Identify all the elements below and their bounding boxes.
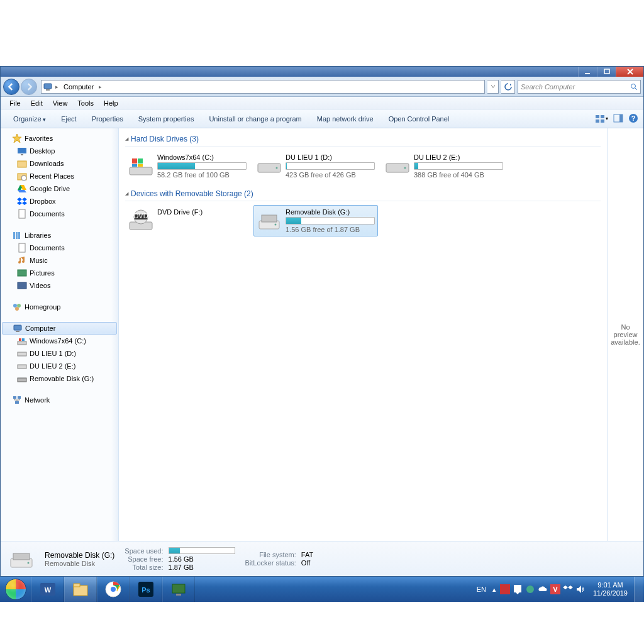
dropbox-icon	[17, 196, 27, 206]
sidebar-item-drive-c[interactable]: Windows7x64 (C:)	[1, 335, 118, 347]
clock[interactable]: 9:01 AM11/26/2019	[587, 581, 634, 597]
sidebar-computer[interactable]: Computer	[2, 322, 117, 335]
removable-drive-icon	[257, 208, 282, 233]
svg-rect-36	[13, 396, 16, 399]
sidebar-item-drive-e[interactable]: DU LIEU 2 (E:)	[1, 360, 118, 372]
menu-edit[interactable]: Edit	[26, 99, 48, 107]
cloud-icon[interactable]	[538, 584, 548, 594]
svg-rect-39	[130, 167, 152, 175]
volume-icon[interactable]	[575, 584, 586, 594]
details-pane: Removable Disk (G:) Removable Disk Space…	[1, 541, 643, 576]
drive-item[interactable]: DVDDVD Drive (F:)	[125, 205, 250, 236]
titlebar	[1, 67, 643, 77]
sidebar-item-drive-g[interactable]: Removable Disk (G:)	[1, 372, 118, 385]
view-button[interactable]: ▾	[595, 114, 608, 124]
desktop-icon	[17, 146, 27, 156]
svg-point-45	[276, 167, 278, 169]
svg-rect-24	[18, 282, 26, 289]
svg-rect-15	[18, 161, 26, 167]
sidebar-item-desktop[interactable]: Desktop	[1, 145, 118, 157]
drive-item[interactable]: Windows7x64 (C:)58.2 GB free of 100 GB	[125, 150, 250, 182]
show-desktop-button[interactable]	[634, 577, 643, 602]
action-center-icon[interactable]	[513, 584, 523, 594]
section-hdd[interactable]: Hard Disk Drives (3)	[125, 132, 601, 147]
sidebar-favorites[interactable]: Favorites	[1, 132, 118, 145]
menu-tools[interactable]: Tools	[72, 99, 99, 107]
taskbar-word[interactable]: W	[31, 577, 64, 602]
sidebar-item-lib-music[interactable]: Music	[1, 254, 118, 267]
menu-help[interactable]: Help	[99, 99, 123, 107]
help-button[interactable]: ?	[628, 113, 638, 125]
pictures-icon	[17, 268, 27, 278]
sidebar-item-recent[interactable]: Recent Places	[1, 170, 118, 182]
tray-icon[interactable]	[525, 584, 535, 594]
tray-v-icon[interactable]: V	[550, 584, 560, 594]
sysprops-button[interactable]: System properties	[131, 115, 202, 123]
drive-item[interactable]: DU LIEU 2 (E:)388 GB free of 404 GB	[382, 150, 506, 182]
refresh-button[interactable]	[501, 80, 515, 94]
svg-point-65	[110, 586, 116, 592]
sidebar-item-lib-pictures[interactable]: Pictures	[1, 267, 118, 279]
sidebar-item-downloads[interactable]: Downloads	[1, 157, 118, 170]
svg-rect-40	[132, 158, 137, 164]
sidebar-item-lib-videos[interactable]: Videos	[1, 279, 118, 292]
google-drive-icon	[17, 184, 27, 194]
sidebar-item-lib-documents[interactable]: Documents	[1, 242, 118, 254]
maximize-button[interactable]	[597, 67, 616, 77]
svg-rect-57	[13, 553, 30, 560]
drive-icon	[17, 361, 27, 371]
svg-rect-28	[14, 325, 21, 330]
svg-text:V: V	[553, 586, 558, 593]
explorer-window: ▸ Computer ▸ Search Computer File Edit V…	[0, 66, 644, 577]
svg-point-47	[404, 167, 406, 169]
sidebar-homegroup[interactable]: Homegroup	[1, 301, 118, 313]
minimize-button[interactable]	[578, 67, 597, 77]
search-input[interactable]: Search Computer	[518, 80, 641, 94]
start-button[interactable]	[0, 577, 31, 602]
toolbar: Organize Eject Properties System propert…	[1, 109, 643, 128]
forward-button[interactable]	[21, 79, 37, 95]
sidebar-item-dropbox[interactable]: Dropbox	[1, 195, 118, 208]
breadcrumb-computer[interactable]: Computer	[60, 80, 97, 93]
svg-point-27	[15, 307, 19, 311]
taskbar-explorer[interactable]	[64, 577, 97, 602]
sidebar-item-gdrive[interactable]: Google Drive	[1, 182, 118, 195]
properties-button[interactable]: Properties	[84, 115, 131, 123]
tray-expand-icon[interactable]: ▴	[490, 586, 499, 594]
drive-item[interactable]: DU LIEU 1 (D:)423 GB free of 426 GB	[253, 150, 378, 182]
svg-rect-8	[601, 119, 604, 123]
eject-button[interactable]: Eject	[53, 115, 84, 123]
preview-pane-button[interactable]	[613, 113, 623, 125]
svg-rect-41	[138, 158, 143, 164]
sidebar-item-drive-d[interactable]: DU LIEU 1 (D:)	[1, 347, 118, 360]
drive-item[interactable]: Removable Disk (G:)1.56 GB free of 1.87 …	[253, 205, 378, 236]
content-area: Hard Disk Drives (3) Windows7x64 (C:)58.…	[119, 128, 607, 541]
section-removable[interactable]: Devices with Removable Storage (2)	[125, 187, 601, 201]
menu-view[interactable]: View	[48, 99, 73, 107]
menu-file[interactable]: File	[4, 99, 26, 107]
svg-rect-13	[18, 148, 26, 153]
sidebar-network[interactable]: Network	[1, 394, 118, 406]
taskbar-chrome[interactable]	[97, 577, 130, 602]
recent-dropdown[interactable]	[487, 80, 499, 94]
address-bar[interactable]: ▸ Computer ▸	[41, 80, 485, 94]
uninstall-button[interactable]: Uninstall or change a program	[201, 115, 309, 123]
svg-point-72	[526, 586, 534, 593]
language-indicator[interactable]: EN	[473, 586, 490, 593]
sidebar: Favorites Desktop Downloads Recent Place…	[1, 128, 119, 541]
navbar: ▸ Computer ▸ Search Computer	[1, 77, 643, 97]
sidebar-libraries[interactable]: Libraries	[1, 229, 118, 242]
organize-button[interactable]: Organize	[6, 115, 53, 123]
svg-rect-0	[585, 73, 590, 74]
flag-icon[interactable]	[500, 584, 510, 594]
sidebar-item-documents[interactable]: Documents	[1, 208, 118, 220]
details-type: Removable Disk	[45, 560, 114, 567]
back-button[interactable]	[3, 79, 19, 95]
taskbar-app[interactable]	[162, 577, 195, 602]
close-button[interactable]	[616, 67, 643, 77]
windows-orb-icon	[5, 579, 26, 600]
controlpanel-button[interactable]: Open Control Panel	[381, 115, 457, 123]
dropbox-tray-icon[interactable]	[563, 584, 573, 594]
mapdrive-button[interactable]: Map network drive	[309, 115, 381, 123]
taskbar-photoshop[interactable]: Ps	[130, 577, 162, 602]
